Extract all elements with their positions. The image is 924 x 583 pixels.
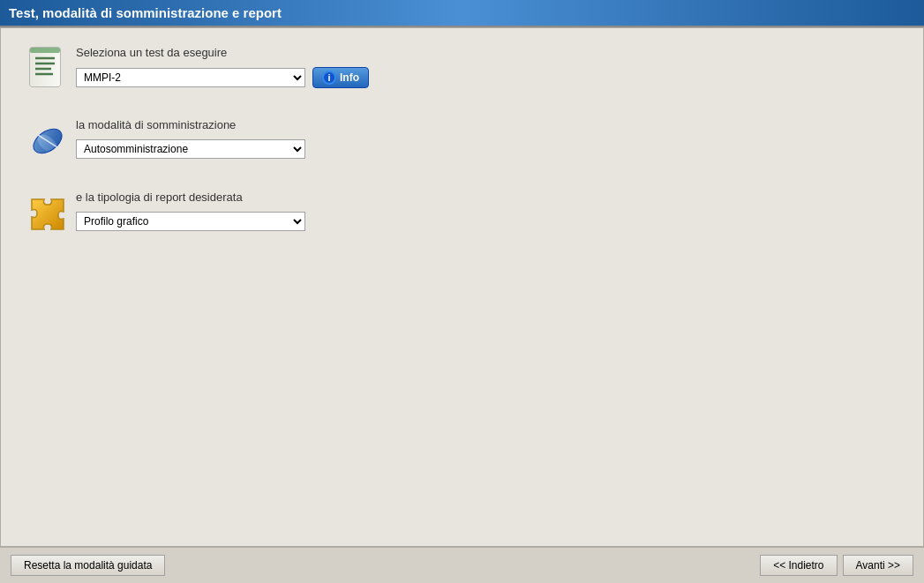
window-title: Test, modalità di somministrazione e rep… (9, 5, 282, 20)
report-select[interactable]: Profilo grafico Report narrativo Report … (76, 212, 305, 231)
info-button-label: Info (340, 71, 359, 84)
section2-body: la modalità di somministrazione Autosomm… (76, 118, 905, 159)
pill-icon (25, 118, 71, 164)
section2-label: la modalità di somministrazione (76, 118, 905, 131)
footer-bar: Resetta la modalità guidata << Indietro … (0, 547, 924, 583)
svg-rect-1 (30, 48, 60, 86)
section3-label: e la tipologia di report desiderata (76, 191, 905, 204)
reset-button[interactable]: Resetta la modalità guidata (11, 555, 165, 576)
section1-controls: MMPI-2 MMPI-A PAI NEO PI-R i Info (76, 67, 905, 88)
puzzle-icon-area (19, 191, 76, 236)
next-button[interactable]: Avanti >> (843, 555, 913, 576)
info-icon: i (322, 71, 336, 85)
section-test: Seleziona un test da eseguire MMPI-2 MMP… (19, 46, 905, 92)
document-icon (26, 46, 69, 92)
pill-icon-area (19, 118, 76, 164)
section1-label: Seleziona un test da eseguire (76, 46, 905, 59)
section1-body: Seleziona un test da eseguire MMPI-2 MMP… (76, 46, 905, 88)
main-window: Test, modalità di somministrazione e rep… (0, 0, 924, 583)
info-button[interactable]: i Info (312, 67, 369, 88)
section3-body: e la tipologia di report desiderata Prof… (76, 191, 905, 231)
svg-rect-6 (30, 48, 60, 53)
footer-nav-buttons: << Indietro Avanti >> (760, 555, 913, 576)
back-button[interactable]: << Indietro (760, 555, 837, 576)
title-bar: Test, modalità di somministrazione e rep… (0, 0, 924, 27)
section-modalita: la modalità di somministrazione Autosomm… (19, 118, 905, 164)
puzzle-icon (25, 191, 71, 236)
content-area: Seleziona un test da eseguire MMPI-2 MMP… (0, 27, 924, 547)
test-select[interactable]: MMPI-2 MMPI-A PAI NEO PI-R (76, 68, 305, 87)
section-report: e la tipologia di report desiderata Prof… (19, 191, 905, 236)
test-icon-area (19, 46, 76, 92)
modalita-select[interactable]: Autosomministrazione Eteroamministrazion… (76, 139, 305, 159)
